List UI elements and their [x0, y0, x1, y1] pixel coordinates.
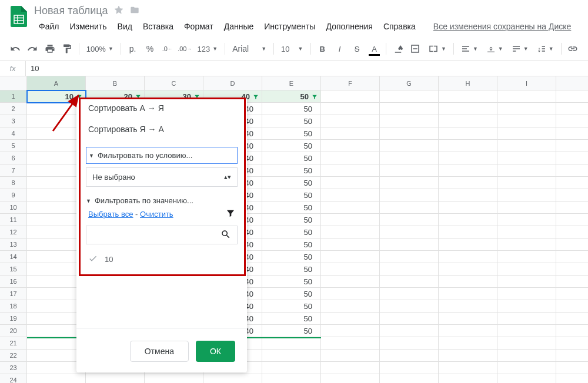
menu-edit[interactable]: Изменить	[65, 19, 111, 33]
cell[interactable]	[321, 189, 380, 201]
cell[interactable]	[497, 337, 556, 350]
save-status[interactable]: Все изменения сохранены на Диске	[433, 22, 572, 31]
cell[interactable]	[321, 127, 380, 140]
cell[interactable]: 50	[262, 300, 321, 313]
cell[interactable]	[497, 313, 556, 325]
cell[interactable]	[262, 362, 321, 374]
cell[interactable]	[497, 374, 556, 383]
row-header[interactable]: 7	[0, 164, 27, 177]
valign-button[interactable]: ▼	[483, 42, 507, 56]
cell[interactable]: 50	[262, 115, 321, 127]
cell[interactable]	[497, 214, 556, 226]
row-header[interactable]: 11	[0, 214, 27, 226]
cell[interactable]	[380, 238, 439, 251]
cell[interactable]	[497, 152, 556, 164]
cell[interactable]: 50	[262, 177, 321, 189]
row-header[interactable]: 15	[0, 263, 27, 276]
cell[interactable]	[439, 374, 497, 383]
column-header[interactable]: H	[439, 76, 497, 90]
paint-format-button[interactable]	[59, 41, 75, 57]
cell[interactable]	[497, 300, 556, 313]
font-size-select[interactable]: 10▼	[278, 42, 306, 56]
increase-decimal-button[interactable]: .00→	[176, 41, 192, 57]
cell[interactable]	[380, 362, 439, 374]
cell[interactable]	[380, 288, 439, 300]
cell[interactable]	[439, 263, 497, 276]
select-all-link[interactable]: Выбрать все	[88, 210, 133, 219]
decrease-decimal-button[interactable]: .0←	[159, 41, 175, 57]
menu-tools[interactable]: Инструменты	[259, 19, 320, 33]
filter-value-item[interactable]: 10	[76, 249, 247, 270]
cell[interactable]	[321, 238, 380, 251]
bold-button[interactable]: B	[314, 41, 330, 57]
cell[interactable]	[497, 251, 556, 263]
cell[interactable]: 50	[262, 226, 321, 238]
column-header[interactable]: A	[27, 76, 86, 90]
condition-select[interactable]: Не выбрано ▴▾	[86, 167, 238, 187]
merge-button[interactable]: ▼	[425, 41, 450, 56]
font-select[interactable]: Arial▼	[229, 42, 270, 56]
menu-view[interactable]: Вид	[113, 19, 137, 33]
cell[interactable]: 50	[262, 189, 321, 201]
cell[interactable]	[497, 164, 556, 177]
cell[interactable]	[439, 177, 497, 189]
sort-za-option[interactable]: Сортировать Я → А	[76, 119, 247, 140]
rotate-button[interactable]: ▼	[533, 42, 557, 56]
funnel-icon[interactable]	[226, 209, 235, 220]
percent-button[interactable]: %	[142, 41, 158, 57]
menu-file[interactable]: Файл	[34, 19, 64, 33]
cell[interactable]: 50	[262, 164, 321, 177]
cell[interactable]	[439, 152, 497, 164]
cell[interactable]	[321, 115, 380, 127]
cell[interactable]	[380, 201, 439, 214]
fill-color-button[interactable]	[390, 41, 406, 57]
cell[interactable]	[380, 152, 439, 164]
cell[interactable]	[321, 164, 380, 177]
row-header[interactable]: 9	[0, 189, 27, 201]
cell[interactable]	[439, 337, 497, 350]
menu-data[interactable]: Данные	[219, 19, 259, 33]
cell[interactable]	[380, 90, 439, 103]
filter-icon[interactable]	[253, 93, 260, 100]
cell[interactable]: 50	[262, 127, 321, 140]
row-header[interactable]: 3	[0, 115, 27, 127]
number-format-select[interactable]: 123▼	[194, 42, 222, 56]
print-button[interactable]	[42, 41, 58, 57]
cell[interactable]	[380, 374, 439, 383]
cell[interactable]	[380, 127, 439, 140]
folder-icon[interactable]	[129, 5, 140, 16]
cell[interactable]	[262, 374, 321, 383]
cell[interactable]	[380, 189, 439, 201]
cell[interactable]	[27, 374, 86, 383]
select-all-corner[interactable]	[0, 76, 27, 90]
cell[interactable]	[439, 226, 497, 238]
cell[interactable]	[380, 140, 439, 152]
row-header[interactable]: 16	[0, 276, 27, 288]
cell[interactable]	[321, 152, 380, 164]
strike-button[interactable]: S	[349, 41, 365, 57]
redo-button[interactable]	[24, 41, 40, 57]
row-header[interactable]: 20	[0, 325, 27, 337]
column-header[interactable]: B	[86, 76, 145, 90]
cell[interactable]: 50	[262, 251, 321, 263]
text-color-button[interactable]: A	[366, 41, 382, 57]
cell[interactable]	[439, 164, 497, 177]
cell[interactable]: 50	[262, 140, 321, 152]
row-header[interactable]: 12	[0, 226, 27, 238]
cell[interactable]	[203, 374, 262, 383]
row-header[interactable]: 18	[0, 300, 27, 313]
cell[interactable]: 50	[262, 238, 321, 251]
row-header[interactable]: 6	[0, 152, 27, 164]
menu-addons[interactable]: Дополнения	[322, 19, 377, 33]
cell[interactable]	[321, 300, 380, 313]
cell[interactable]	[439, 127, 497, 140]
cell[interactable]	[380, 251, 439, 263]
row-header[interactable]: 19	[0, 313, 27, 325]
cell[interactable]	[439, 300, 497, 313]
cell[interactable]: 50	[262, 201, 321, 214]
cell[interactable]	[380, 103, 439, 115]
filter-by-value-toggle[interactable]: ▼ Фильтровать по значению...	[76, 194, 247, 207]
cell[interactable]	[145, 374, 203, 383]
column-header[interactable]: I	[497, 76, 556, 90]
cell[interactable]: 50	[262, 103, 321, 115]
